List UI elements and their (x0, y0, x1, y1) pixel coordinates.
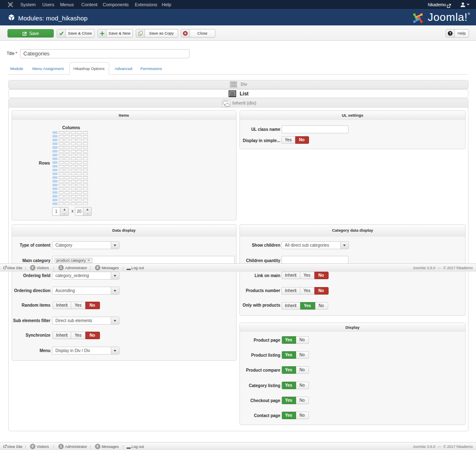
svg-text:?: ? (449, 31, 451, 35)
